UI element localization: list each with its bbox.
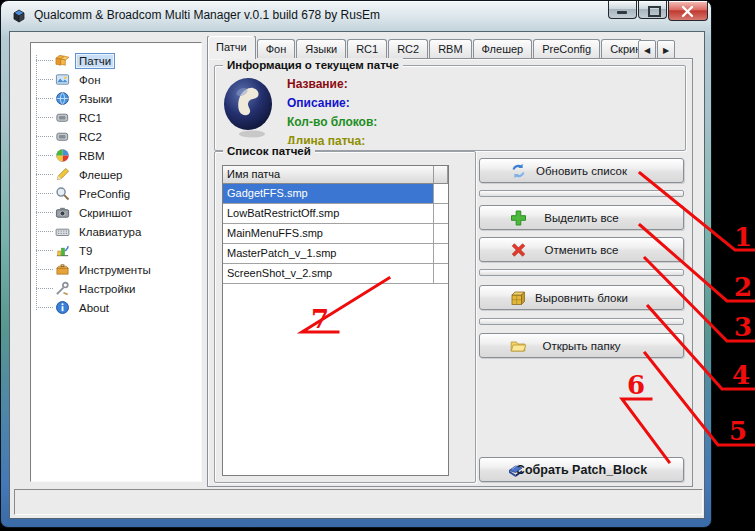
client-area: Патчи Фон Языки RC1 RC2 <box>9 31 705 519</box>
tab-scroll-left-button[interactable]: ◀ <box>638 40 656 60</box>
close-icon <box>681 4 694 17</box>
info-groupbox-title: Информация о текущем патче <box>223 58 403 72</box>
column-header-extra[interactable] <box>434 166 448 183</box>
patch-name: LowBatRestrictOff.smp <box>223 204 434 223</box>
sidebar-item[interactable]: Клавиатура <box>35 222 199 241</box>
build-patch-block-button[interactable]: Собрать Patch_Block <box>479 457 684 482</box>
pie-chart-icon <box>55 148 70 163</box>
patch-row-extra-cell <box>434 244 448 263</box>
tab[interactable]: RC2 <box>388 39 428 59</box>
sidebar-item[interactable]: PreConfig <box>35 184 199 203</box>
info-fields: Название:Описание:Кол-во блоков:Длина па… <box>287 77 377 153</box>
minimize-icon <box>617 11 627 14</box>
patches-folder-icon <box>55 53 70 68</box>
titlebar[interactable]: Qualcomm & Broadcom Multi Manager v.0.1 … <box>1 1 711 31</box>
sidebar-item[interactable]: T9 <box>35 241 199 260</box>
callout-number-4: 4 <box>732 360 750 390</box>
info-groupbox: Информация о текущем патче <box>214 65 686 151</box>
sidebar-items: Патчи Фон Языки RC1 RC2 <box>35 51 199 317</box>
chip-icon <box>55 129 70 144</box>
patch-name: MainMenuFFS.smp <box>223 224 434 243</box>
sidebar-tree: Патчи Фон Языки RC1 RC2 <box>30 42 202 482</box>
book-stack-icon <box>507 461 524 478</box>
camera-icon <box>55 205 70 220</box>
tab-scroll-buttons: ◀ ▶ <box>637 40 675 60</box>
sidebar-item[interactable]: Флешер <box>35 165 199 184</box>
separator-bar <box>479 269 684 276</box>
patch-name: GadgetFFS.smp <box>223 184 434 203</box>
chip-icon <box>55 110 70 125</box>
patch-list-title: Список патчей <box>223 144 315 158</box>
tab-scroll-right-button[interactable]: ▶ <box>657 40 675 60</box>
maximize-icon <box>648 6 661 17</box>
align-blocks-button[interactable]: Выровнить блоки <box>479 285 684 310</box>
cancel-icon <box>510 241 527 258</box>
patch-row[interactable]: MainMenuFFS.smp <box>223 224 448 244</box>
window-controls <box>608 1 708 21</box>
keyboard-icon <box>55 224 70 239</box>
blocks-box-icon <box>510 289 527 306</box>
sidebar-item[interactable]: Настройки <box>35 279 199 298</box>
settings-wrench-icon <box>55 281 70 296</box>
tab[interactable]: RBM <box>429 39 471 59</box>
sidebar-item[interactable]: Патчи <box>35 51 199 70</box>
sidebar-item[interactable]: Языки <box>35 89 199 108</box>
sidebar-item[interactable]: RBM <box>35 146 199 165</box>
refresh-list-button[interactable]: Обновить список <box>479 158 684 183</box>
t9-chart-icon <box>55 243 70 258</box>
open-folder-icon <box>510 337 527 354</box>
deselect-all-button[interactable]: Отменить все <box>479 237 684 262</box>
patch-rows: GadgetFFS.smp LowBatRestrictOff.smp Main… <box>223 184 448 284</box>
sidebar-item[interactable]: Инструменты <box>35 260 199 279</box>
info-field-label: Название: <box>287 77 377 96</box>
patch-row-extra-cell <box>434 224 448 243</box>
tab[interactable]: Скриншот <box>601 39 641 59</box>
minimize-button[interactable] <box>608 1 637 19</box>
tab[interactable]: Фон <box>257 39 296 59</box>
patch-row[interactable]: LowBatRestrictOff.smp <box>223 204 448 224</box>
patch-name: ScreenShot_v_2.smp <box>223 264 434 283</box>
select-all-button[interactable]: Выделить все <box>479 205 684 230</box>
refresh-icon <box>510 162 527 179</box>
tab[interactable]: Языки <box>296 39 346 59</box>
callout-number-2: 2 <box>734 272 752 302</box>
sidebar-item[interactable]: RC1 <box>35 108 199 127</box>
separator-bar <box>479 318 684 325</box>
toolbox-icon <box>55 262 70 277</box>
patch-name: MasterPatch_v_1.smp <box>223 244 434 263</box>
info-icon <box>55 300 70 315</box>
callout-number-3: 3 <box>734 312 752 342</box>
patch-row[interactable]: MasterPatch_v_1.smp <box>223 244 448 264</box>
plus-icon <box>510 209 527 226</box>
open-folder-button[interactable]: Открыть папку <box>479 333 684 358</box>
tab[interactable]: Флешер <box>473 39 533 59</box>
desktop-background: Qualcomm & Broadcom Multi Manager v.0.1 … <box>0 0 755 531</box>
tab[interactable]: Патчи <box>207 36 256 59</box>
patch-table: Имя патча GadgetFFS.smp LowBatRestrictOf… <box>222 165 449 476</box>
tab[interactable]: PreConfig <box>533 39 600 59</box>
sidebar-item[interactable]: RC2 <box>35 127 199 146</box>
sidebar-item[interactable]: Фон <box>35 70 199 89</box>
patch-row[interactable]: GadgetFFS.smp <box>223 184 448 204</box>
callout-number-5: 5 <box>729 416 747 446</box>
right-arrow-icon: ▶ <box>663 46 669 55</box>
tab-page-patches: Информация о текущем патче <box>207 58 693 487</box>
patch-logo-icon <box>222 76 278 142</box>
languages-globe-icon <box>55 91 70 106</box>
separator-bar <box>479 190 684 197</box>
sidebar-item[interactable]: About <box>35 298 199 317</box>
sidebar-item[interactable]: Скриншот <box>35 203 199 222</box>
patch-row-extra-cell <box>434 204 448 223</box>
maximize-button[interactable] <box>638 1 667 19</box>
left-arrow-icon: ◀ <box>644 46 650 55</box>
column-header-name[interactable]: Имя патча <box>223 166 434 183</box>
close-button[interactable] <box>668 1 708 21</box>
patch-row[interactable]: ScreenShot_v_2.smp <box>223 264 448 284</box>
tabs: ПатчиФонЯзыкиRC1RC2RBMФлешерPreConfigСкр… <box>207 36 641 59</box>
app-window: Qualcomm & Broadcom Multi Manager v.0.1 … <box>0 0 712 528</box>
patch-row-extra-cell <box>434 184 448 203</box>
app-icon <box>11 8 27 24</box>
tab[interactable]: RC1 <box>347 39 387 59</box>
patch-list-groupbox: Список патчей Имя патча GadgetFFS.smp <box>214 151 476 483</box>
tab-strip: ПатчиФонЯзыкиRC1RC2RBMФлешерPreConfigСкр… <box>207 36 677 59</box>
